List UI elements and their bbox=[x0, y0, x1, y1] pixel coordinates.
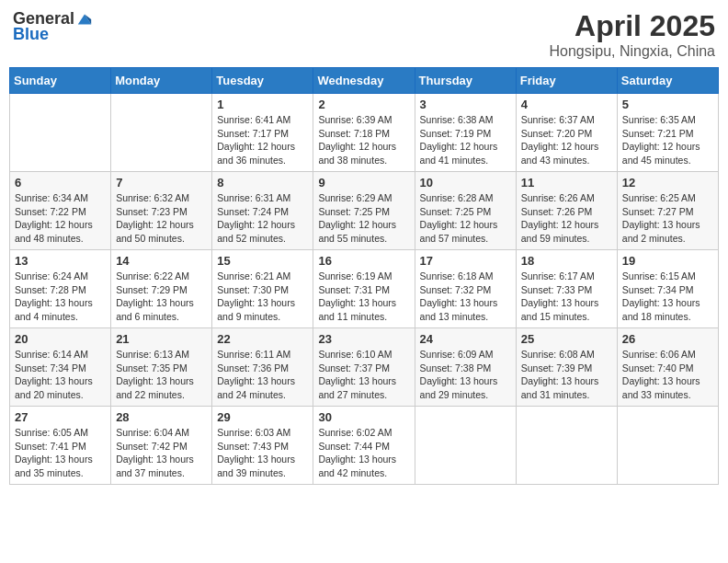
day-number: 2 bbox=[318, 98, 409, 111]
day-info: Sunrise: 6:02 AM Sunset: 7:44 PM Dayligh… bbox=[318, 426, 409, 480]
calendar-cell: 8Sunrise: 6:31 AM Sunset: 7:24 PM Daylig… bbox=[212, 172, 313, 250]
week-row-1: 1Sunrise: 6:41 AM Sunset: 7:17 PM Daylig… bbox=[10, 94, 719, 172]
calendar-cell bbox=[516, 407, 617, 485]
day-header-monday: Monday bbox=[111, 68, 212, 94]
day-number: 7 bbox=[116, 176, 207, 190]
calendar-cell bbox=[415, 407, 516, 485]
calendar-cell: 17Sunrise: 6:18 AM Sunset: 7:32 PM Dayli… bbox=[415, 250, 516, 328]
calendar-cell: 16Sunrise: 6:19 AM Sunset: 7:31 PM Dayli… bbox=[313, 250, 415, 328]
day-info: Sunrise: 6:04 AM Sunset: 7:42 PM Dayligh… bbox=[116, 426, 207, 480]
day-number: 22 bbox=[217, 332, 308, 346]
day-info: Sunrise: 6:14 AM Sunset: 7:34 PM Dayligh… bbox=[15, 348, 106, 402]
calendar-cell: 21Sunrise: 6:13 AM Sunset: 7:35 PM Dayli… bbox=[111, 328, 212, 407]
day-number: 23 bbox=[318, 332, 409, 346]
day-header-saturday: Saturday bbox=[617, 68, 718, 94]
calendar-cell: 1Sunrise: 6:41 AM Sunset: 7:17 PM Daylig… bbox=[212, 94, 313, 172]
day-info: Sunrise: 6:21 AM Sunset: 7:30 PM Dayligh… bbox=[217, 270, 308, 324]
day-info: Sunrise: 6:18 AM Sunset: 7:32 PM Dayligh… bbox=[420, 270, 511, 324]
day-info: Sunrise: 6:03 AM Sunset: 7:43 PM Dayligh… bbox=[217, 426, 308, 480]
calendar-cell: 10Sunrise: 6:28 AM Sunset: 7:25 PM Dayli… bbox=[415, 172, 516, 250]
day-info: Sunrise: 6:38 AM Sunset: 7:19 PM Dayligh… bbox=[420, 113, 511, 167]
calendar-cell: 15Sunrise: 6:21 AM Sunset: 7:30 PM Dayli… bbox=[212, 250, 313, 328]
day-info: Sunrise: 6:09 AM Sunset: 7:38 PM Dayligh… bbox=[420, 348, 511, 402]
day-info: Sunrise: 6:22 AM Sunset: 7:29 PM Dayligh… bbox=[116, 270, 207, 324]
title-block: April 2025 Hongsipu, Ningxia, China bbox=[549, 9, 715, 60]
day-number: 3 bbox=[420, 98, 511, 111]
logo-blue-text: Blue bbox=[13, 25, 49, 44]
day-number: 4 bbox=[521, 98, 612, 111]
calendar-cell: 3Sunrise: 6:38 AM Sunset: 7:19 PM Daylig… bbox=[415, 94, 516, 172]
page-header: General Blue April 2025 Hongsipu, Ningxi… bbox=[9, 9, 719, 60]
day-info: Sunrise: 6:31 AM Sunset: 7:24 PM Dayligh… bbox=[217, 191, 308, 246]
day-info: Sunrise: 6:10 AM Sunset: 7:37 PM Dayligh… bbox=[318, 348, 409, 402]
calendar-cell: 13Sunrise: 6:24 AM Sunset: 7:28 PM Dayli… bbox=[10, 250, 111, 328]
day-number: 16 bbox=[318, 254, 409, 268]
calendar-cell: 2Sunrise: 6:39 AM Sunset: 7:18 PM Daylig… bbox=[313, 94, 415, 172]
day-number: 26 bbox=[622, 332, 713, 346]
calendar-cell: 23Sunrise: 6:10 AM Sunset: 7:37 PM Dayli… bbox=[313, 328, 415, 407]
calendar-cell: 22Sunrise: 6:11 AM Sunset: 7:36 PM Dayli… bbox=[212, 328, 313, 407]
calendar-cell: 5Sunrise: 6:35 AM Sunset: 7:21 PM Daylig… bbox=[617, 94, 718, 172]
day-number: 27 bbox=[15, 410, 106, 424]
week-row-2: 6Sunrise: 6:34 AM Sunset: 7:22 PM Daylig… bbox=[10, 172, 719, 250]
day-info: Sunrise: 6:29 AM Sunset: 7:25 PM Dayligh… bbox=[318, 191, 409, 246]
day-number: 24 bbox=[420, 332, 511, 346]
day-info: Sunrise: 6:08 AM Sunset: 7:39 PM Dayligh… bbox=[521, 348, 612, 402]
day-info: Sunrise: 6:06 AM Sunset: 7:40 PM Dayligh… bbox=[622, 348, 713, 402]
calendar-cell: 11Sunrise: 6:26 AM Sunset: 7:26 PM Dayli… bbox=[516, 172, 617, 250]
calendar-cell: 26Sunrise: 6:06 AM Sunset: 7:40 PM Dayli… bbox=[617, 328, 718, 407]
day-number: 9 bbox=[318, 176, 409, 190]
day-header-thursday: Thursday bbox=[415, 68, 516, 94]
header-row: SundayMondayTuesdayWednesdayThursdayFrid… bbox=[10, 68, 719, 94]
day-number: 20 bbox=[15, 332, 106, 346]
day-info: Sunrise: 6:11 AM Sunset: 7:36 PM Dayligh… bbox=[217, 348, 308, 402]
calendar-cell: 4Sunrise: 6:37 AM Sunset: 7:20 PM Daylig… bbox=[516, 94, 617, 172]
day-header-sunday: Sunday bbox=[10, 68, 111, 94]
logo-icon bbox=[76, 11, 93, 28]
calendar-cell bbox=[10, 94, 111, 172]
day-info: Sunrise: 6:24 AM Sunset: 7:28 PM Dayligh… bbox=[15, 270, 106, 324]
day-number: 17 bbox=[420, 254, 511, 268]
week-row-4: 20Sunrise: 6:14 AM Sunset: 7:34 PM Dayli… bbox=[10, 328, 719, 407]
day-number: 10 bbox=[420, 176, 511, 190]
calendar-cell: 29Sunrise: 6:03 AM Sunset: 7:43 PM Dayli… bbox=[212, 407, 313, 485]
day-info: Sunrise: 6:25 AM Sunset: 7:27 PM Dayligh… bbox=[622, 191, 713, 246]
day-header-wednesday: Wednesday bbox=[313, 68, 415, 94]
day-number: 29 bbox=[217, 410, 308, 424]
calendar-cell: 9Sunrise: 6:29 AM Sunset: 7:25 PM Daylig… bbox=[313, 172, 415, 250]
day-info: Sunrise: 6:15 AM Sunset: 7:34 PM Dayligh… bbox=[622, 270, 713, 324]
day-number: 15 bbox=[217, 254, 308, 268]
day-header-tuesday: Tuesday bbox=[212, 68, 313, 94]
logo: General Blue bbox=[13, 9, 93, 44]
calendar-cell: 27Sunrise: 6:05 AM Sunset: 7:41 PM Dayli… bbox=[10, 407, 111, 485]
day-number: 21 bbox=[116, 332, 207, 346]
calendar-cell: 25Sunrise: 6:08 AM Sunset: 7:39 PM Dayli… bbox=[516, 328, 617, 407]
day-info: Sunrise: 6:26 AM Sunset: 7:26 PM Dayligh… bbox=[521, 191, 612, 246]
day-number: 30 bbox=[318, 410, 409, 424]
calendar-cell: 28Sunrise: 6:04 AM Sunset: 7:42 PM Dayli… bbox=[111, 407, 212, 485]
day-number: 8 bbox=[217, 176, 308, 190]
day-number: 13 bbox=[15, 254, 106, 268]
week-row-5: 27Sunrise: 6:05 AM Sunset: 7:41 PM Dayli… bbox=[10, 407, 719, 485]
day-info: Sunrise: 6:37 AM Sunset: 7:20 PM Dayligh… bbox=[521, 113, 612, 167]
day-number: 1 bbox=[217, 98, 308, 111]
day-number: 11 bbox=[521, 176, 612, 190]
calendar-cell: 20Sunrise: 6:14 AM Sunset: 7:34 PM Dayli… bbox=[10, 328, 111, 407]
subtitle: Hongsipu, Ningxia, China bbox=[549, 43, 715, 60]
calendar-cell: 19Sunrise: 6:15 AM Sunset: 7:34 PM Dayli… bbox=[617, 250, 718, 328]
calendar-cell: 18Sunrise: 6:17 AM Sunset: 7:33 PM Dayli… bbox=[516, 250, 617, 328]
day-info: Sunrise: 6:17 AM Sunset: 7:33 PM Dayligh… bbox=[521, 270, 612, 324]
calendar-cell bbox=[617, 407, 718, 485]
day-number: 6 bbox=[15, 176, 106, 190]
day-info: Sunrise: 6:13 AM Sunset: 7:35 PM Dayligh… bbox=[116, 348, 207, 402]
calendar-cell: 12Sunrise: 6:25 AM Sunset: 7:27 PM Dayli… bbox=[617, 172, 718, 250]
day-number: 12 bbox=[622, 176, 713, 190]
day-number: 25 bbox=[521, 332, 612, 346]
calendar-cell: 14Sunrise: 6:22 AM Sunset: 7:29 PM Dayli… bbox=[111, 250, 212, 328]
calendar-cell: 7Sunrise: 6:32 AM Sunset: 7:23 PM Daylig… bbox=[111, 172, 212, 250]
calendar-cell bbox=[111, 94, 212, 172]
day-header-friday: Friday bbox=[516, 68, 617, 94]
day-number: 19 bbox=[622, 254, 713, 268]
day-number: 28 bbox=[116, 410, 207, 424]
calendar-cell: 6Sunrise: 6:34 AM Sunset: 7:22 PM Daylig… bbox=[10, 172, 111, 250]
